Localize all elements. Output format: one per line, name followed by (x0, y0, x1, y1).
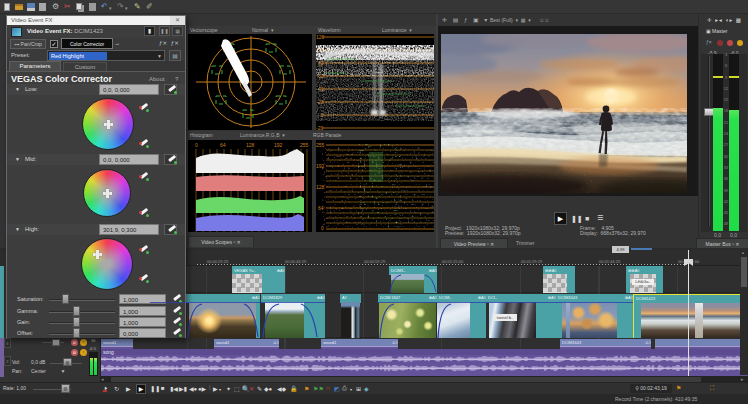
svg-text:80: 80 (318, 60, 324, 66)
svg-text:255: 255 (300, 142, 309, 148)
svg-text:255: 255 (316, 142, 325, 148)
svg-text:128: 128 (246, 142, 255, 148)
svg-text:100: 100 (316, 47, 325, 53)
svg-text:0: 0 (321, 225, 324, 231)
svg-text:64: 64 (318, 205, 324, 211)
svg-text:60: 60 (318, 73, 324, 79)
svg-text:192: 192 (274, 142, 283, 148)
svg-text:64: 64 (220, 142, 226, 148)
svg-text:128: 128 (316, 184, 325, 190)
svg-text:-20: -20 (316, 125, 323, 130)
svg-text:120: 120 (316, 34, 325, 40)
svg-text:192: 192 (316, 163, 325, 169)
svg-text:0: 0 (195, 142, 198, 148)
svg-text:20: 20 (318, 99, 324, 105)
svg-text:0: 0 (321, 112, 324, 118)
svg-text:40: 40 (318, 86, 324, 92)
